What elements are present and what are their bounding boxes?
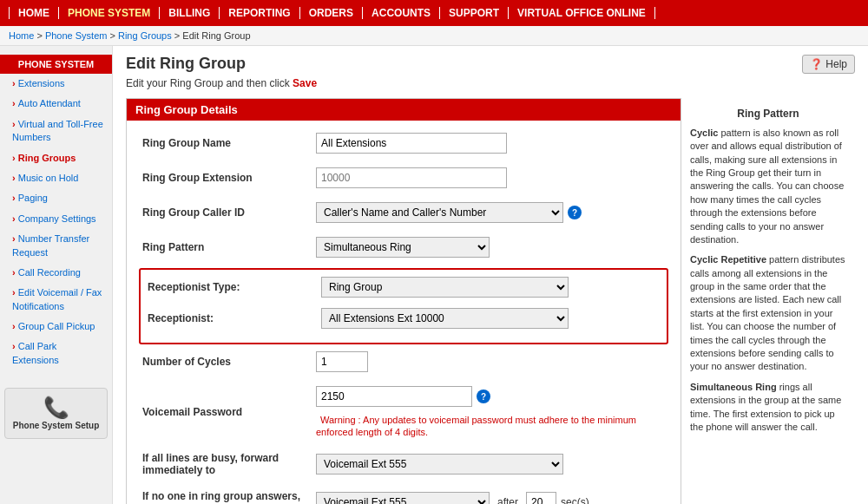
right-panel-cyclic-repetitive: Cyclic Repetitive pattern distributes ca… [690,253,846,374]
sidebar-setup[interactable]: 📞 Phone System Setup [4,388,108,439]
sidebar-title: PHONE SYSTEM [0,55,112,74]
label-receptionist: Receptionist: [148,312,321,324]
input-ring-group-extension[interactable] [316,167,507,188]
sidebar-item-group-call-pickup[interactable]: Group Call Pickup [0,317,112,337]
breadcrumb-current: Edit Ring Group [182,30,250,41]
control-number-cycles [316,351,665,372]
form-row-receptionist-type: Receptionist Type: Ring Group Auto Atten… [141,273,667,301]
right-panel-title: Ring Pattern [690,107,846,121]
sidebar-item-voicemail-fax[interactable]: Edit Voicemail / Fax Notifications [0,283,112,317]
right-panel-cyclic: Cyclic pattern is also known as roll ove… [690,127,846,247]
phone-system-icon: 📞 [12,396,100,420]
sidebar-item-virtual-numbers[interactable]: Virtual and Toll-Free Numbers [0,115,112,148]
form-row-all-lines-busy: If all lines are busy, forward immediate… [135,448,672,480]
setup-label: Phone System Setup [12,420,100,431]
sidebar-item-extensions[interactable]: Extensions [0,74,112,94]
input-after-seconds[interactable] [526,492,556,504]
page-wrap: PHONE SYSTEM Extensions Auto Attendant V… [0,46,868,504]
right-panel: Ring Pattern Cyclic pattern is also know… [681,98,855,504]
control-ring-group-name [316,133,665,154]
sidebar-item-call-recording[interactable]: Call Recording [0,263,112,283]
breadcrumb-phone-system[interactable]: Phone System [45,30,108,41]
form-row-voicemail-password: Voicemail Password ? Warning : Any updat… [135,383,672,442]
breadcrumb-home[interactable]: Home [9,30,34,41]
form-row-ring-pattern: Ring Pattern Simultaneous Ring Cyclic Cy… [135,233,672,261]
sidebar-item-number-transfer[interactable]: Number Transfer Request [0,229,112,263]
form-row-number-cycles: Number of Cycles [135,348,672,376]
control-receptionist-type: Ring Group Auto Attendant [321,277,660,298]
label-caller-id: Ring Group Caller ID [142,206,316,219]
sidebar-item-call-park[interactable]: Call Park Extensions [0,337,112,370]
label-voicemail-password: Voicemail Password [142,406,316,418]
nav-accounts[interactable]: ACCOUNTS [363,7,440,19]
select-no-one-answers[interactable]: Voicemail Ext 555 None [316,492,490,504]
label-number-cycles: Number of Cycles [142,356,316,368]
form-row-ring-group-name: Ring Group Name [135,129,672,157]
page-subtitle: Edit your Ring Group and then click Save [126,77,855,89]
sidebar: PHONE SYSTEM Extensions Auto Attendant V… [0,46,113,504]
top-nav: HOME PHONE SYSTEM BILLING REPORTING ORDE… [0,0,868,26]
label-no-one-answers: If no one in ring group answers, forward… [142,490,316,504]
sidebar-item-company-settings[interactable]: Company Settings [0,209,112,229]
form-row-receptionist: Receptionist: All Extensions Ext 10000 [141,304,667,332]
control-receptionist: All Extensions Ext 10000 [321,308,660,329]
label-ring-group-name: Ring Group Name [142,137,316,149]
label-ring-group-extension: Ring Group Extension [142,172,316,184]
form-row-ring-group-extension: Ring Group Extension [135,164,672,192]
label-all-lines-busy: If all lines are busy, forward immediate… [142,452,316,476]
content-area: ❓ Help Edit Ring Group Edit your Ring Gr… [113,46,868,504]
input-number-cycles[interactable] [316,351,368,372]
page-title: Edit Ring Group [126,55,855,73]
nav-home[interactable]: HOME [9,7,59,19]
form-row-caller-id: Ring Group Caller ID Caller's Name and C… [135,199,672,226]
voicemail-info-icon[interactable]: ? [477,389,490,403]
control-all-lines-busy: Voicemail Ext 555 None [316,454,665,475]
select-ring-pattern[interactable]: Simultaneous Ring Cyclic Cyclic Repetiti… [316,237,490,258]
ring-group-details-section: Ring Group Details Ring Group Name Ring … [126,98,681,504]
control-caller-id: Caller's Name and Caller's Number Ring G… [316,202,665,223]
control-ring-group-extension [316,167,665,188]
breadcrumb: Home > Phone System > Ring Groups > Edit… [0,26,868,46]
sidebar-item-auto-attendant[interactable]: Auto Attendant [0,94,112,114]
input-ring-group-name[interactable] [316,133,507,154]
nav-virtual-office[interactable]: VIRTUAL OFFICE ONLINE [509,7,655,19]
help-button[interactable]: ❓ Help [802,55,855,74]
highlighted-section: Receptionist Type: Ring Group Auto Atten… [139,268,668,344]
select-receptionist-type[interactable]: Ring Group Auto Attendant [321,277,569,298]
right-panel-simultaneous: Simultaneous Ring rings all extensions i… [690,381,846,435]
sec-label: sec(s). [561,496,592,504]
after-label: after [497,496,518,504]
select-all-lines-busy[interactable]: Voicemail Ext 555 None [316,454,563,475]
nav-reporting[interactable]: REPORTING [220,7,299,19]
nav-orders[interactable]: ORDERS [300,7,363,19]
form-row-no-one-answers: If no one in ring group answers, forward… [135,487,672,504]
nav-phone-system[interactable]: PHONE SYSTEM [59,7,160,19]
section-header: Ring Group Details [127,99,681,121]
select-caller-id[interactable]: Caller's Name and Caller's Number Ring G… [316,202,563,223]
nav-billing[interactable]: BILLING [160,7,220,19]
sidebar-item-paging[interactable]: Paging [0,188,112,208]
nav-support[interactable]: SUPPORT [440,7,509,19]
breadcrumb-ring-groups[interactable]: Ring Groups [118,30,172,41]
section-body: Ring Group Name Ring Group Extension [127,121,681,504]
voicemail-warning: Warning : Any updates to voicemail passw… [316,415,636,437]
select-receptionist[interactable]: All Extensions Ext 10000 [321,308,569,329]
control-ring-pattern: Simultaneous Ring Cyclic Cyclic Repetiti… [316,237,665,258]
input-voicemail-password[interactable] [316,386,472,407]
control-no-one-answers: Voicemail Ext 555 None after sec(s). [316,492,665,504]
label-ring-pattern: Ring Pattern [142,241,316,253]
control-voicemail-password: ? Warning : Any updates to voicemail pas… [316,386,665,438]
caller-id-info-icon[interactable]: ? [568,206,582,219]
sidebar-item-ring-groups[interactable]: Ring Groups [0,148,112,168]
sidebar-item-music-on-hold[interactable]: Music on Hold [0,168,112,188]
label-receptionist-type: Receptionist Type: [148,281,321,293]
